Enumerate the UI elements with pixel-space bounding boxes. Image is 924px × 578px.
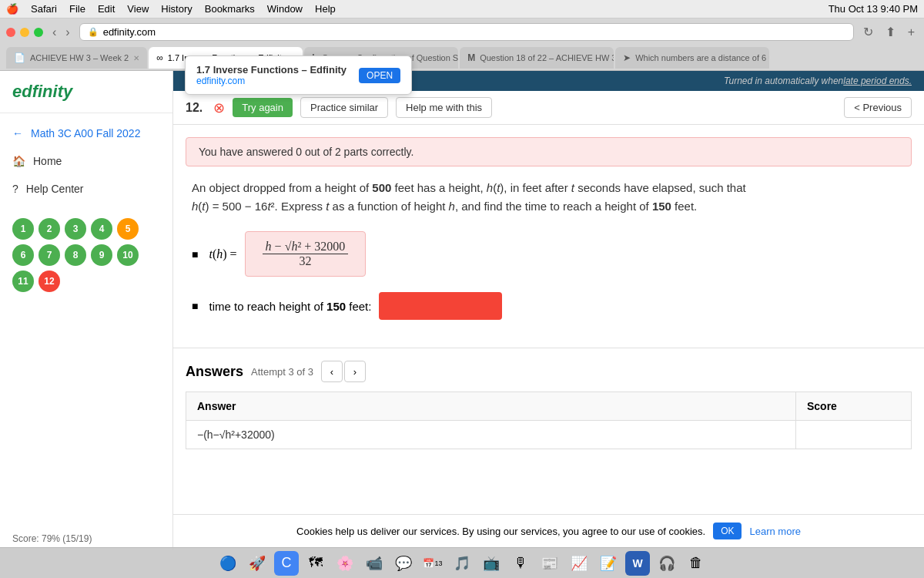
answer-next-arrow[interactable]: › xyxy=(344,361,366,382)
share-button[interactable]: ⬆ xyxy=(882,25,899,39)
problem-num-3[interactable]: 3 xyxy=(65,218,86,240)
cookie-ok-button[interactable]: OK xyxy=(713,523,742,539)
sidebar: edfinity ← Math 3C A00 Fall 2022 🏠 Home … xyxy=(0,71,173,550)
browser-chrome: ‹ › 🔒 edfinity.com ↻ ⬆ + 📄 ACHIEVE HW 3 … xyxy=(0,18,924,71)
tab-close-1[interactable]: ✕ xyxy=(133,54,139,62)
dock-news[interactable]: 📰 xyxy=(537,551,562,576)
dock-calendar[interactable]: 📅13 xyxy=(420,551,445,576)
problem-num-4[interactable]: 4 xyxy=(91,218,112,240)
problem-num-2[interactable]: 2 xyxy=(38,218,60,240)
dock-trash[interactable]: 🗑 xyxy=(684,551,708,576)
new-tab-button[interactable]: + xyxy=(905,25,918,39)
menu-window[interactable]: Window xyxy=(267,3,303,15)
alert-text: You have answered 0 out of 2 parts corre… xyxy=(199,146,413,158)
dock-facetime[interactable]: 📹 xyxy=(362,551,387,576)
late-period-link[interactable]: late period ends. xyxy=(843,76,912,86)
topbar-message: Turned in automatically when xyxy=(724,76,843,86)
menu-help[interactable]: Help xyxy=(315,3,336,15)
dock: 🔵 🚀 C 🗺 🌸 📹 💬 📅13 🎵 📺 🎙 📰 📈 📝 W 🎧 🗑 xyxy=(0,547,924,578)
answer-row-formula: −(h−√h²+32000) xyxy=(197,428,275,441)
dock-stocks[interactable]: 📈 xyxy=(567,551,591,576)
question-icon: ? xyxy=(12,183,18,195)
problem-num-8[interactable]: 8 xyxy=(65,244,86,266)
dock-music[interactable]: 🎵 xyxy=(450,551,474,576)
dock-tv[interactable]: 📺 xyxy=(479,551,504,576)
dock-messages[interactable]: 💬 xyxy=(391,551,416,576)
problem-num-1[interactable]: 1 xyxy=(12,218,34,240)
refresh-button[interactable]: ↻ xyxy=(860,25,876,39)
cookie-learn-more[interactable]: Learn more xyxy=(749,526,800,537)
table-row: −(h−√h²+32000) xyxy=(186,421,912,449)
problem-content: An object dropped from a height of 500 f… xyxy=(173,166,924,348)
answer-row-score xyxy=(796,421,912,449)
dock-chrome[interactable]: C xyxy=(274,551,299,576)
tab-favicon-5: ➤ xyxy=(623,52,631,63)
tab-label-4: Question 18 of 22 – ACHIEVE HW 3 – We... xyxy=(480,53,614,62)
menu-bar: 🍎 Safari File Edit View History Bookmark… xyxy=(0,0,924,18)
problem-num-11[interactable]: 11 xyxy=(12,271,34,292)
col-header-answer: Answer xyxy=(186,392,796,421)
dock-photos[interactable]: 🌸 xyxy=(333,551,357,576)
menu-history[interactable]: History xyxy=(161,3,192,15)
traffic-lights xyxy=(6,28,43,37)
alert-box: You have answered 0 out of 2 parts corre… xyxy=(186,137,912,166)
menu-bookmarks[interactable]: Bookmarks xyxy=(205,3,255,15)
content-area: Turned in automatically when late period… xyxy=(173,71,924,550)
practice-similar-button[interactable]: Practice similar xyxy=(300,97,388,118)
tab-label-1: ACHIEVE HW 3 – Week 2 xyxy=(30,53,129,62)
menu-view[interactable]: View xyxy=(127,3,149,15)
bullet-1: ■ xyxy=(192,248,198,260)
problem-num-7[interactable]: 7 xyxy=(38,244,60,266)
close-button[interactable] xyxy=(6,28,15,37)
answers-section: Answers Attempt 3 of 3 ‹ › Answer Score xyxy=(173,348,924,462)
tab-question18[interactable]: M Question 18 of 22 – ACHIEVE HW 3 – We.… xyxy=(460,47,614,69)
answers-table: Answer Score −(h−√h²+32000) xyxy=(186,391,912,449)
dock-notes[interactable]: 📝 xyxy=(596,551,621,576)
problem-num-5[interactable]: 5 xyxy=(117,218,139,240)
answer-prev-arrow[interactable]: ‹ xyxy=(321,361,343,382)
sidebar-logo-area: edfinity xyxy=(0,71,172,113)
lock-icon: 🔒 xyxy=(88,27,99,37)
formula-answer-item: ■ t(h) = h − √h² + 32000 32 xyxy=(192,231,906,277)
menu-file[interactable]: File xyxy=(69,3,85,15)
sidebar-nav: ← Math 3C A00 Fall 2022 🏠 Home ? Help Ce… xyxy=(0,113,172,209)
address-bar[interactable]: 🔒 edfinity.com xyxy=(79,23,854,41)
dock-finder[interactable]: 🔵 xyxy=(216,551,240,576)
help-me-button[interactable]: Help me with this xyxy=(396,97,492,118)
tooltip-title: 1.7 Inverse Functions – Edfinity xyxy=(196,64,346,76)
question-toolbar: 12. ⊗ Try again Practice similar Help me… xyxy=(173,91,924,125)
dock-launchpad[interactable]: 🚀 xyxy=(245,551,270,576)
sidebar-help-item[interactable]: ? Help Center xyxy=(0,175,172,203)
tab-achieve-hw[interactable]: 📄 ACHIEVE HW 3 – Week 2 ✕ xyxy=(6,47,147,69)
sidebar-help-label: Help Center xyxy=(26,183,84,195)
previous-button[interactable]: < Previous xyxy=(844,97,912,118)
sidebar-home-item[interactable]: 🏠 Home xyxy=(0,147,172,175)
dock-word[interactable]: W xyxy=(625,551,650,576)
forward-button[interactable]: › xyxy=(62,25,72,39)
menu-safari[interactable]: Safari xyxy=(31,3,57,15)
time-answer-item: ■ time to reach height of 150 feet: xyxy=(192,292,906,320)
dock-spotify[interactable]: 🎧 xyxy=(654,551,679,576)
tab-tooltip: 1.7 Inverse Functions – Edfinity edfinit… xyxy=(185,55,412,95)
problem-num-12[interactable]: 12 xyxy=(38,271,60,292)
menu-edit[interactable]: Edit xyxy=(98,3,115,15)
problem-num-6[interactable]: 6 xyxy=(12,244,34,266)
tab-numbers[interactable]: ➤ Which numbers are a distance of 6 unit… xyxy=(615,47,769,69)
sidebar-home-label: Home xyxy=(33,155,62,167)
problem-num-9[interactable]: 9 xyxy=(91,244,112,266)
answer-blank-input[interactable] xyxy=(379,292,502,320)
col-header-score: Score xyxy=(796,392,912,421)
sidebar-back-button[interactable]: ← Math 3C A00 Fall 2022 xyxy=(0,119,172,147)
back-arrow-icon: ← xyxy=(12,127,23,139)
try-again-button[interactable]: Try again xyxy=(233,98,293,117)
tooltip-open-button[interactable]: OPEN xyxy=(359,68,400,83)
back-button[interactable]: ‹ xyxy=(49,25,59,39)
tab-bar: 📄 ACHIEVE HW 3 – Week 2 ✕ ∞ 1.7 Inverse … xyxy=(0,45,924,70)
dock-podcasts[interactable]: 🎙 xyxy=(508,551,533,576)
maximize-button[interactable] xyxy=(34,28,43,37)
apple-icon[interactable]: 🍎 xyxy=(6,3,18,15)
problem-num-10[interactable]: 10 xyxy=(117,244,139,266)
minimize-button[interactable] xyxy=(20,28,29,37)
dock-maps[interactable]: 🗺 xyxy=(303,551,328,576)
system-time: Thu Oct 13 9:40 PM xyxy=(829,3,918,15)
